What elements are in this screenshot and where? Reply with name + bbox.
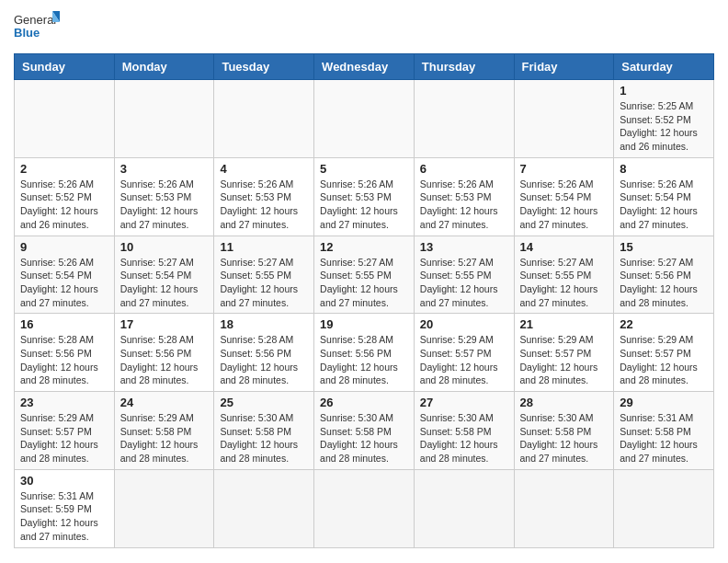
day-info: Sunrise: 5:30 AM Sunset: 5:58 PM Dayligh… <box>420 411 508 465</box>
day-info: Sunrise: 5:28 AM Sunset: 5:56 PM Dayligh… <box>320 333 408 387</box>
calendar-cell <box>614 469 714 547</box>
calendar-cell <box>214 80 314 158</box>
day-number: 2 <box>20 162 108 176</box>
day-number: 10 <box>120 240 209 254</box>
calendar-cell: 16Sunrise: 5:28 AM Sunset: 5:56 PM Dayli… <box>15 314 115 392</box>
calendar-cell <box>214 469 314 547</box>
day-info: Sunrise: 5:29 AM Sunset: 5:57 PM Dayligh… <box>420 333 508 387</box>
day-info: Sunrise: 5:29 AM Sunset: 5:58 PM Dayligh… <box>120 411 209 465</box>
calendar-cell: 6Sunrise: 5:26 AM Sunset: 5:53 PM Daylig… <box>414 157 514 236</box>
calendar-cell: 10Sunrise: 5:27 AM Sunset: 5:54 PM Dayli… <box>114 236 214 314</box>
day-info: Sunrise: 5:29 AM Sunset: 5:57 PM Dayligh… <box>620 333 708 387</box>
day-number: 7 <box>520 162 609 176</box>
day-number: 20 <box>420 317 508 331</box>
day-info: Sunrise: 5:29 AM Sunset: 5:57 PM Dayligh… <box>20 411 108 465</box>
calendar-header-friday: Friday <box>514 54 614 80</box>
day-number: 28 <box>520 396 609 409</box>
day-number: 24 <box>120 396 209 409</box>
day-info: Sunrise: 5:27 AM Sunset: 5:55 PM Dayligh… <box>220 256 308 310</box>
calendar-cell: 14Sunrise: 5:27 AM Sunset: 5:55 PM Dayli… <box>514 236 614 314</box>
day-number: 16 <box>20 317 108 331</box>
day-info: Sunrise: 5:27 AM Sunset: 5:54 PM Dayligh… <box>120 256 209 310</box>
day-info: Sunrise: 5:31 AM Sunset: 5:58 PM Dayligh… <box>620 411 708 465</box>
day-number: 13 <box>420 240 508 254</box>
calendar-cell <box>414 469 514 547</box>
calendar-cell: 19Sunrise: 5:28 AM Sunset: 5:56 PM Dayli… <box>314 314 415 392</box>
calendar-cell: 17Sunrise: 5:28 AM Sunset: 5:56 PM Dayli… <box>114 314 214 392</box>
day-info: Sunrise: 5:26 AM Sunset: 5:54 PM Dayligh… <box>620 178 708 232</box>
day-info: Sunrise: 5:26 AM Sunset: 5:54 PM Dayligh… <box>520 178 609 232</box>
day-info: Sunrise: 5:27 AM Sunset: 5:55 PM Dayligh… <box>520 256 609 310</box>
day-number: 8 <box>620 162 708 176</box>
calendar-cell: 18Sunrise: 5:28 AM Sunset: 5:56 PM Dayli… <box>214 314 314 392</box>
calendar-header-tuesday: Tuesday <box>214 54 314 80</box>
week-row-3: 9Sunrise: 5:26 AM Sunset: 5:54 PM Daylig… <box>15 236 714 314</box>
calendar-cell: 12Sunrise: 5:27 AM Sunset: 5:55 PM Dayli… <box>314 236 415 314</box>
day-info: Sunrise: 5:28 AM Sunset: 5:56 PM Dayligh… <box>20 333 108 387</box>
day-number: 5 <box>320 162 408 176</box>
day-info: Sunrise: 5:29 AM Sunset: 5:57 PM Dayligh… <box>520 333 609 387</box>
day-number: 17 <box>120 317 209 331</box>
day-number: 29 <box>620 396 708 409</box>
calendar-cell <box>114 80 214 158</box>
calendar-cell: 30Sunrise: 5:31 AM Sunset: 5:59 PM Dayli… <box>15 469 115 547</box>
calendar-cell: 26Sunrise: 5:30 AM Sunset: 5:58 PM Dayli… <box>314 392 415 470</box>
day-info: Sunrise: 5:25 AM Sunset: 5:52 PM Dayligh… <box>620 99 708 154</box>
day-info: Sunrise: 5:26 AM Sunset: 5:53 PM Dayligh… <box>120 178 209 232</box>
calendar-cell <box>314 80 415 158</box>
calendar-cell: 5Sunrise: 5:26 AM Sunset: 5:53 PM Daylig… <box>314 157 415 236</box>
calendar-cell: 4Sunrise: 5:26 AM Sunset: 5:53 PM Daylig… <box>214 157 314 236</box>
week-row-5: 23Sunrise: 5:29 AM Sunset: 5:57 PM Dayli… <box>15 392 714 470</box>
day-info: Sunrise: 5:26 AM Sunset: 5:53 PM Dayligh… <box>320 178 408 232</box>
calendar-cell: 28Sunrise: 5:30 AM Sunset: 5:58 PM Dayli… <box>514 392 614 470</box>
day-number: 4 <box>220 162 308 176</box>
day-number: 25 <box>220 396 308 409</box>
calendar-cell: 29Sunrise: 5:31 AM Sunset: 5:58 PM Dayli… <box>614 392 714 470</box>
calendar-header-monday: Monday <box>114 54 214 80</box>
calendar-cell <box>514 80 614 158</box>
calendar-cell <box>314 469 415 547</box>
day-number: 23 <box>20 396 108 409</box>
calendar-cell: 21Sunrise: 5:29 AM Sunset: 5:57 PM Dayli… <box>514 314 614 392</box>
day-info: Sunrise: 5:30 AM Sunset: 5:58 PM Dayligh… <box>520 411 609 465</box>
day-info: Sunrise: 5:30 AM Sunset: 5:58 PM Dayligh… <box>320 411 408 465</box>
calendar-cell: 3Sunrise: 5:26 AM Sunset: 5:53 PM Daylig… <box>114 157 214 236</box>
day-number: 15 <box>620 240 708 254</box>
day-info: Sunrise: 5:26 AM Sunset: 5:52 PM Dayligh… <box>20 178 108 232</box>
logo: General Blue <box>14 9 60 46</box>
svg-text:Blue: Blue <box>14 26 40 40</box>
day-info: Sunrise: 5:26 AM Sunset: 5:54 PM Dayligh… <box>20 256 108 310</box>
calendar-cell: 20Sunrise: 5:29 AM Sunset: 5:57 PM Dayli… <box>414 314 514 392</box>
day-number: 18 <box>220 317 308 331</box>
week-row-4: 16Sunrise: 5:28 AM Sunset: 5:56 PM Dayli… <box>15 314 714 392</box>
calendar-cell: 11Sunrise: 5:27 AM Sunset: 5:55 PM Dayli… <box>214 236 314 314</box>
calendar-cell: 7Sunrise: 5:26 AM Sunset: 5:54 PM Daylig… <box>514 157 614 236</box>
day-number: 9 <box>20 240 108 254</box>
calendar-header-thursday: Thursday <box>414 54 514 80</box>
calendar-cell: 23Sunrise: 5:29 AM Sunset: 5:57 PM Dayli… <box>15 392 115 470</box>
calendar-cell: 22Sunrise: 5:29 AM Sunset: 5:57 PM Dayli… <box>614 314 714 392</box>
day-number: 6 <box>420 162 508 176</box>
day-number: 21 <box>520 317 609 331</box>
day-number: 12 <box>320 240 408 254</box>
day-info: Sunrise: 5:30 AM Sunset: 5:58 PM Dayligh… <box>220 411 308 465</box>
week-row-6: 30Sunrise: 5:31 AM Sunset: 5:59 PM Dayli… <box>15 469 714 547</box>
calendar-cell <box>15 80 115 158</box>
day-number: 19 <box>320 317 408 331</box>
calendar-cell: 2Sunrise: 5:26 AM Sunset: 5:52 PM Daylig… <box>15 157 115 236</box>
day-info: Sunrise: 5:27 AM Sunset: 5:55 PM Dayligh… <box>420 256 508 310</box>
day-info: Sunrise: 5:27 AM Sunset: 5:56 PM Dayligh… <box>620 256 708 310</box>
day-number: 27 <box>420 396 508 409</box>
calendar-cell: 13Sunrise: 5:27 AM Sunset: 5:55 PM Dayli… <box>414 236 514 314</box>
day-info: Sunrise: 5:28 AM Sunset: 5:56 PM Dayligh… <box>120 333 209 387</box>
calendar-cell: 24Sunrise: 5:29 AM Sunset: 5:58 PM Dayli… <box>114 392 214 470</box>
calendar-header-wednesday: Wednesday <box>314 54 415 80</box>
svg-text:General: General <box>14 13 56 27</box>
calendar-header-row: SundayMondayTuesdayWednesdayThursdayFrid… <box>15 54 714 80</box>
day-number: 3 <box>120 162 209 176</box>
calendar-cell: 27Sunrise: 5:30 AM Sunset: 5:58 PM Dayli… <box>414 392 514 470</box>
day-info: Sunrise: 5:31 AM Sunset: 5:59 PM Dayligh… <box>20 489 108 544</box>
day-info: Sunrise: 5:28 AM Sunset: 5:56 PM Dayligh… <box>220 333 308 387</box>
calendar-cell: 25Sunrise: 5:30 AM Sunset: 5:58 PM Dayli… <box>214 392 314 470</box>
day-number: 26 <box>320 396 408 409</box>
